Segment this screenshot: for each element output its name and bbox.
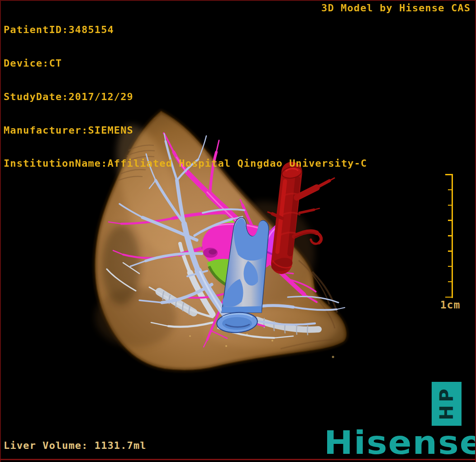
institution-line: InstitutionName:Affiliated Hospital Qing…: [4, 158, 367, 169]
scale-ruler-ticks: [445, 174, 452, 298]
ruler-tick: [448, 235, 452, 236]
ruler-tick: [448, 266, 452, 267]
logo-glyph-h: H: [438, 405, 455, 420]
study-date-line: StudyDate:2017/12/29: [4, 91, 367, 103]
device-line: Device:CT: [4, 58, 367, 69]
scale-ruler-label: 1cm: [435, 299, 465, 311]
ruler-tick: [448, 281, 452, 283]
manufacturer-line: Manufacturer:SIEMENS: [4, 125, 367, 136]
liver-volume-label: Liver Volume: 1131.7ml: [4, 440, 147, 451]
patient-id-line: PatientID:3485154: [4, 24, 367, 36]
model-credit-label: 3D Model by Hisense CAS: [321, 2, 471, 14]
patient-info-overlay: PatientID:3485154 Device:CT StudyDate:20…: [4, 2, 367, 192]
viewer-window: PatientID:3485154 Device:CT StudyDate:20…: [0, 0, 476, 462]
ruler-tick: [445, 174, 452, 175]
ruler-tick: [448, 189, 452, 191]
frame-border-top: [0, 0, 476, 1]
hisense-square-logo: P H: [432, 382, 462, 426]
ruler-tick: [448, 220, 452, 221]
frame-border-left: [0, 0, 1, 462]
ruler-tick: [445, 297, 452, 298]
ruler-tick: [448, 250, 452, 252]
ruler-tick: [448, 205, 452, 206]
logo-glyph-p: P: [438, 389, 455, 402]
frame-border-bottom: [0, 459, 476, 460]
hisense-wordmark: Hisense: [324, 426, 476, 459]
